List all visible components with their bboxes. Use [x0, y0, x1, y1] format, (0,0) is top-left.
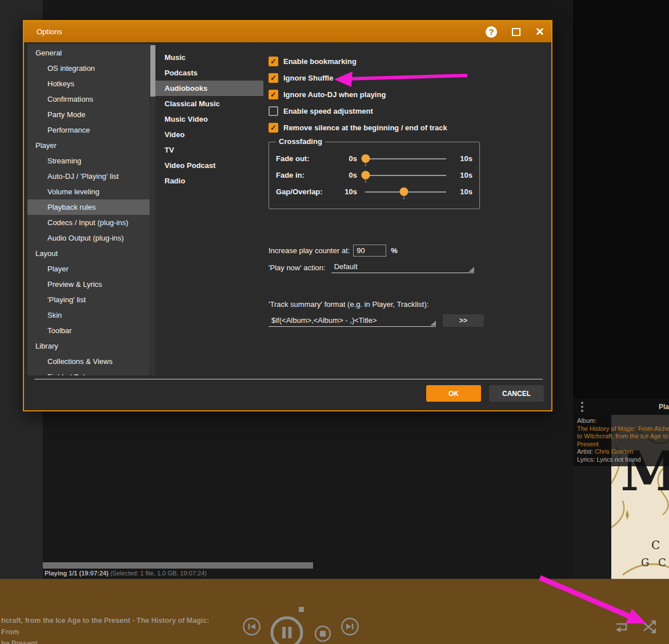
checkbox-row-enable-bookmarking[interactable]: Enable bookmarking: [269, 53, 447, 70]
play-counter-row: Increase play counter at: %: [269, 245, 398, 257]
crossfading-legend: Crossfading: [276, 137, 325, 146]
sidebar-item-toolbar[interactable]: Toolbar: [27, 323, 150, 338]
previous-button[interactable]: [242, 617, 261, 636]
stop-button[interactable]: [314, 625, 331, 642]
checkbox-row-enable-speed-adjustment[interactable]: Enable speed adjustment: [269, 103, 447, 119]
options-sidebar: General OS integration Hotkeys Confirmat…: [27, 44, 150, 375]
sidebar-item-os-integration[interactable]: OS integration: [27, 61, 150, 76]
gap-overlap-slider-thumb[interactable]: [400, 187, 408, 196]
fade-in-max: 10s: [453, 171, 472, 179]
sidebar-item-hotkeys[interactable]: Hotkeys: [27, 76, 150, 91]
fade-in-row: Fade in: 0s 10s: [276, 167, 472, 183]
sidebar-item-fields-columns[interactable]: Fields / Columns: [27, 369, 150, 375]
sidebar-item-auto-dj-playing-list[interactable]: Auto-DJ / 'Playing' list: [27, 169, 150, 184]
sidebar-item-preview-lyrics[interactable]: Preview & Lyrics: [27, 277, 150, 292]
media-type-audiobooks[interactable]: Audiobooks: [155, 81, 263, 96]
lyrics-label: Lyrics:: [577, 456, 595, 463]
side-panel-header: Pla: [573, 398, 669, 415]
kebab-menu-icon[interactable]: [581, 402, 583, 412]
sidebar-item-codecs-input[interactable]: Codecs / Input (plug-ins): [27, 215, 150, 230]
sidebar-item-library[interactable]: Library: [27, 338, 150, 354]
sidebar-item-layout[interactable]: Layout: [27, 246, 150, 261]
cancel-button[interactable]: CANCEL: [489, 385, 544, 402]
checkbox-row-remove-silence[interactable]: Remove silence at the beginning / end of…: [269, 119, 447, 136]
pause-button[interactable]: [270, 615, 304, 644]
media-type-tv[interactable]: TV: [155, 142, 263, 158]
sidebar-item-party-mode[interactable]: Party Mode: [27, 107, 150, 122]
sidebar-item-general[interactable]: General: [27, 45, 150, 61]
sidebar-item-skin[interactable]: Skin: [27, 307, 150, 323]
sidebar-item-audio-output[interactable]: Audio Output (plug-ins): [27, 230, 150, 246]
checkbox-label: Remove silence at the beginning / end of…: [283, 123, 447, 132]
help-icon[interactable]: ?: [486, 26, 497, 38]
side-panel-body: M C G C Album: The History of Magic: Fro…: [573, 415, 669, 579]
horizontal-scrollbar[interactable]: [43, 562, 313, 569]
checkbox-label: Ignore Auto-DJ when playing: [283, 90, 386, 99]
media-type-podcasts[interactable]: Podcasts: [155, 65, 263, 81]
sidebar-item-performance[interactable]: Performance: [27, 122, 150, 138]
format-expand-button[interactable]: >>: [443, 314, 484, 327]
dialog-titlebar[interactable]: Options ? ✕: [24, 21, 551, 42]
next-button[interactable]: [340, 617, 359, 636]
sidebar-item-layout-player[interactable]: Player: [27, 261, 150, 277]
fade-in-slider[interactable]: [365, 170, 446, 180]
fade-out-slider-thumb[interactable]: [362, 154, 370, 163]
checkbox-label: Enable bookmarking: [283, 57, 356, 66]
album-art-text-1: C: [651, 538, 660, 552]
play-counter-input[interactable]: [353, 245, 386, 257]
fade-out-row: Fade out: 0s 10s: [276, 150, 472, 167]
fade-out-label: Fade out:: [276, 154, 338, 163]
close-icon[interactable]: ✕: [535, 26, 544, 37]
fade-in-min: 0s: [338, 171, 357, 179]
fade-in-slider-thumb[interactable]: [362, 171, 370, 179]
gap-overlap-slider[interactable]: [365, 187, 446, 197]
repeat-icon[interactable]: [613, 619, 629, 635]
play-counter-unit: %: [391, 246, 398, 255]
shuffle-icon[interactable]: [642, 619, 658, 635]
now-playing-text[interactable]: hcraft, from the Ice Age to the Present …: [1, 615, 218, 644]
media-type-video-podcast[interactable]: Video Podcast: [155, 158, 263, 173]
sidebar-item-playing-list[interactable]: 'Playing' list: [27, 292, 150, 307]
artist-line: Artist: Chris Gosden: [577, 448, 669, 456]
now-playing-line1: hcraft, from the Ice Age to the Present …: [1, 615, 218, 638]
sidebar-scrollbar-thumb[interactable]: [150, 45, 155, 97]
media-type-video[interactable]: Video: [155, 127, 263, 142]
sidebar-item-streaming[interactable]: Streaming: [27, 153, 150, 169]
play-now-dropdown[interactable]: Default: [331, 262, 474, 273]
now-playing-line2: he Present: [1, 638, 218, 644]
checkbox-enable-speed-adjustment[interactable]: [269, 106, 278, 116]
track-metadata-overlay: Album: The History of Magic: From Alche …: [573, 415, 669, 466]
media-type-classical-music[interactable]: Classical Music: [155, 96, 263, 111]
fade-out-slider[interactable]: [365, 154, 446, 163]
album-title-line3[interactable]: Present: [577, 441, 669, 449]
checkbox-remove-silence[interactable]: [269, 123, 278, 133]
artist-label: Artist:: [577, 448, 593, 455]
album-title-line2[interactable]: to Witchcraft, from the Ice Age to: [577, 433, 669, 441]
sidebar-item-playback-rules[interactable]: Playback rules: [27, 199, 150, 215]
maximize-icon[interactable]: [512, 28, 520, 36]
media-type-radio[interactable]: Radio: [155, 173, 263, 189]
sidebar-item-player[interactable]: Player: [27, 138, 150, 153]
track-summary-row: $if(<Album>,<Album> - ,)<Title> >>: [269, 314, 484, 327]
sidebar-item-collections-views[interactable]: Collections & Views: [27, 354, 150, 369]
sidebar-item-volume-leveling[interactable]: Volume leveling: [27, 184, 150, 199]
checkbox-row-ignore-shuffle[interactable]: Ignore Shuffle: [269, 70, 447, 86]
media-type-music-video[interactable]: Music Video: [155, 111, 263, 127]
dialog-title: Options: [37, 27, 62, 36]
checkbox-enable-bookmarking[interactable]: [269, 57, 278, 66]
gap-overlap-label: Gap/Overlap:: [276, 187, 338, 196]
fade-out-min: 0s: [338, 154, 357, 163]
checkbox-row-ignore-auto-dj[interactable]: Ignore Auto-DJ when playing: [269, 86, 447, 103]
gap-overlap-min: 10s: [338, 187, 357, 196]
checkbox-ignore-shuffle[interactable]: [269, 73, 278, 83]
dropdown-triangle-icon: [430, 321, 436, 326]
sidebar-item-confirmations[interactable]: Confirmations: [27, 91, 150, 107]
track-summary-dropdown[interactable]: $if(<Album>,<Album> - ,)<Title>: [269, 316, 436, 327]
ok-button[interactable]: OK: [426, 385, 481, 402]
artist-name[interactable]: Chris Gosden: [595, 448, 633, 455]
album-title-line1[interactable]: The History of Magic: From Alche: [577, 425, 669, 433]
checkbox-ignore-auto-dj[interactable]: [269, 90, 278, 99]
media-type-music[interactable]: Music: [155, 50, 263, 65]
sidebar-scrollbar[interactable]: [150, 44, 155, 375]
album-art-text-2: G C: [641, 557, 669, 569]
